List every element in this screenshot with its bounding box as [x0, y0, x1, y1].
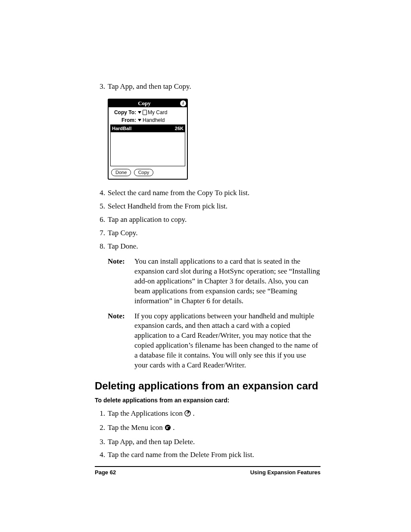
subheading: To delete applications from an expansion… [95, 396, 321, 404]
step-text: Tap Done. [108, 242, 321, 252]
step-number: 5. [95, 202, 105, 212]
app-size: 26K [175, 125, 184, 132]
page-number: Page 62 [95, 469, 116, 476]
dropdown-icon[interactable] [138, 119, 141, 121]
info-icon[interactable]: i [180, 100, 186, 106]
step-3: 3. Tap App, and then tap Copy. [95, 82, 321, 92]
copy-to-value[interactable]: My Card [148, 109, 167, 116]
note-2: Note: If you copy applications between y… [108, 311, 321, 371]
step-text: Tap App, and then tap Copy. [108, 82, 321, 92]
done-button[interactable]: Done [111, 169, 131, 176]
applications-icon [184, 410, 191, 420]
step-number: 2. [95, 423, 105, 434]
svg-rect-3 [166, 426, 170, 426]
dialog-titlebar: Copy i [109, 100, 187, 107]
delete-step-1: 1. Tap the Applications icon . [95, 409, 321, 420]
dropdown-icon[interactable] [138, 111, 141, 114]
step-text: Tap the card name from the Delete From p… [108, 450, 321, 460]
section-heading: Deleting applications from an expansion … [95, 380, 321, 392]
step-text: Tap App, and then tap Delete. [108, 437, 321, 447]
app-name: HardBall [112, 125, 131, 132]
step-text: Select the card name from the Copy To pi… [108, 188, 321, 198]
note-label: Note: [108, 257, 134, 306]
step-5: 5. Select Handheld from the From pick li… [95, 202, 321, 212]
delete-step-2: 2. Tap the Menu icon . [95, 423, 321, 434]
from-value[interactable]: Handheld [143, 117, 165, 124]
step-text: Tap the Menu icon . [108, 423, 321, 434]
copy-dialog-screenshot: Copy i Copy To: My Card From: Handheld [108, 99, 321, 180]
delete-step-3: 3. Tap App, and then tap Delete. [95, 437, 321, 447]
dialog-title: Copy [109, 100, 180, 107]
step-number: 4. [95, 188, 105, 198]
palm-dialog: Copy i Copy To: My Card From: Handheld [108, 99, 188, 180]
chapter-title: Using Expansion Features [250, 469, 321, 476]
step-number: 1. [95, 409, 105, 420]
step-7: 7. Tap Copy. [95, 228, 321, 238]
step-text: Tap an application to copy. [108, 215, 321, 225]
note-text: You can install applications to a card t… [134, 257, 321, 306]
app-list: HardBall 26K [110, 124, 185, 166]
menu-icon [165, 424, 171, 434]
step-4: 4. Select the card name from the Copy To… [95, 188, 321, 198]
svg-point-1 [187, 412, 189, 414]
step-number: 3. [95, 82, 105, 92]
card-icon [143, 110, 147, 115]
page-footer: Page 62 Using Expansion Features [95, 466, 321, 476]
note-text: If you copy applications between your ha… [134, 311, 321, 371]
note-1: Note: You can install applications to a … [108, 257, 321, 306]
from-row: From: Handheld [110, 117, 185, 124]
delete-step-4: 4. Tap the card name from the Delete Fro… [95, 450, 321, 460]
step-number: 8. [95, 242, 105, 252]
note-label: Note: [108, 311, 134, 371]
list-item[interactable]: HardBall 26K [111, 125, 185, 132]
step-number: 6. [95, 215, 105, 225]
from-label: From: [110, 117, 136, 124]
step-text: Select Handheld from the From pick list. [108, 202, 321, 212]
copy-to-row: Copy To: My Card [110, 109, 185, 116]
step-6: 6. Tap an application to copy. [95, 215, 321, 225]
step-number: 7. [95, 228, 105, 238]
step-8: 8. Tap Done. [95, 242, 321, 252]
copy-to-label: Copy To: [110, 109, 136, 116]
copy-button[interactable]: Copy [134, 169, 154, 176]
step-number: 3. [95, 437, 105, 447]
step-text: Tap Copy. [108, 228, 321, 238]
step-number: 4. [95, 450, 105, 460]
step-text: Tap the Applications icon . [108, 409, 321, 420]
svg-rect-4 [166, 427, 168, 429]
